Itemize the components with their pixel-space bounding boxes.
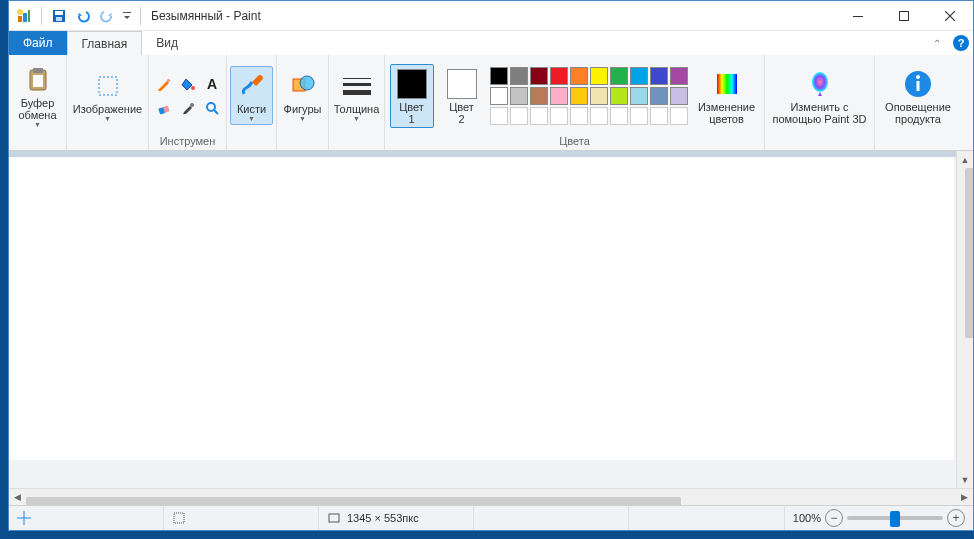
text-tool[interactable]: A [201,73,223,95]
color-swatch[interactable] [610,87,628,105]
minimize-button[interactable] [835,1,881,31]
color-swatch[interactable] [590,67,608,85]
edit-colors-button[interactable]: Изменение цветов [694,64,760,128]
svg-rect-31 [174,513,184,523]
thickness-button[interactable]: Толщина ▼ [327,66,387,125]
svg-rect-2 [28,10,30,22]
qat-customize-icon[interactable] [120,5,134,27]
select-button[interactable]: Изображение ▼ [66,66,149,125]
undo-icon[interactable] [72,5,94,27]
color-swatch[interactable] [550,87,568,105]
svg-point-28 [916,75,920,79]
color-swatch[interactable] [590,87,608,105]
eraser-tool[interactable] [153,97,175,119]
color-swatch-empty[interactable] [550,107,568,125]
color-swatch-empty[interactable] [490,107,508,125]
color-swatch-empty[interactable] [590,107,608,125]
color-swatch-empty[interactable] [650,107,668,125]
horizontal-scrollbar[interactable]: ◀ ▶ [9,488,973,505]
scroll-left-icon[interactable]: ◀ [9,489,26,506]
color-swatch[interactable] [570,67,588,85]
color-swatch[interactable] [670,87,688,105]
collapse-ribbon-icon[interactable]: ⌃ [925,31,949,55]
shapes-icon [290,69,316,103]
status-selection-size [164,506,319,530]
scroll-up-icon[interactable]: ▲ [957,151,974,168]
color-swatch-empty[interactable] [570,107,588,125]
svg-point-3 [17,9,23,15]
color-swatch[interactable] [510,87,528,105]
color-swatch[interactable] [570,87,588,105]
product-alert-button[interactable]: Оповещение продукта [878,64,958,128]
color-swatch[interactable] [650,87,668,105]
color-swatch[interactable] [490,67,508,85]
svg-rect-9 [900,11,909,20]
color-swatch[interactable] [610,67,628,85]
color-palette [490,67,688,125]
tab-file[interactable]: Файл [9,31,67,55]
group-tools: A Инструмен [149,55,227,150]
color-swatch[interactable] [490,87,508,105]
svg-rect-8 [853,16,863,17]
color2-button[interactable]: Цвет 2 [440,64,484,128]
quick-access-toolbar [13,5,145,27]
color-swatch[interactable] [530,87,548,105]
group-thickness: Толщина ▼ [329,55,385,150]
svg-rect-5 [55,11,63,15]
selection-size-icon [172,511,186,525]
color-swatch[interactable] [650,67,668,85]
canvas[interactable] [9,157,954,460]
redo-icon[interactable] [96,5,118,27]
color-swatch-empty[interactable] [630,107,648,125]
paste-button[interactable]: Буфер обмена ▼ [11,60,63,131]
title-bar: Безымянный - Paint [9,1,973,31]
vertical-scrollbar[interactable]: ▲ ▼ [956,151,973,488]
tab-home[interactable]: Главная [67,31,143,55]
color-swatch[interactable] [510,67,528,85]
zoom-out-button[interactable]: − [825,509,843,527]
shapes-button[interactable]: Фигуры ▼ [277,66,329,125]
magnifier-tool[interactable] [201,97,223,119]
close-button[interactable] [927,1,973,31]
ribbon: Буфер обмена ▼ Изображение ▼ [9,55,973,151]
scroll-right-icon[interactable]: ▶ [956,489,973,506]
brushes-button[interactable]: Кисти ▼ [230,66,273,125]
color-swatch-empty[interactable] [530,107,548,125]
color1-swatch [397,69,427,99]
help-button[interactable]: ? [949,31,973,55]
color-picker-tool[interactable] [177,97,199,119]
thickness-icon [343,69,371,103]
zoom-in-button[interactable]: + [947,509,965,527]
paint-app-icon[interactable] [13,5,35,27]
window-title: Безымянный - Paint [151,9,261,23]
color-swatch-empty[interactable] [670,107,688,125]
color1-button[interactable]: Цвет 1 [390,64,434,128]
svg-rect-32 [329,514,339,522]
chevron-down-icon: ▼ [299,115,306,122]
zoom-slider[interactable] [847,516,943,520]
color-swatch-empty[interactable] [610,107,628,125]
tab-view[interactable]: Вид [142,31,192,55]
svg-point-19 [190,103,194,107]
maximize-button[interactable] [881,1,927,31]
color-swatch[interactable] [670,67,688,85]
color-swatch[interactable] [550,67,568,85]
group-colors: Цвет 1 Цвет 2 Изменение цветов Цвета [385,55,765,150]
paint3d-button[interactable]: Изменить с помощью Paint 3D [765,64,873,128]
help-icon: ? [953,35,969,51]
save-icon[interactable] [48,5,70,27]
status-filesize [474,506,629,530]
brush-icon [238,69,266,103]
color-swatch[interactable] [630,67,648,85]
rainbow-icon [714,67,740,101]
chevron-down-icon: ▼ [34,121,41,128]
fill-tool[interactable] [177,73,199,95]
svg-line-21 [214,110,218,114]
color-swatch[interactable] [630,87,648,105]
crosshair-icon [17,511,31,525]
pencil-tool[interactable] [153,73,175,95]
scroll-down-icon[interactable]: ▼ [957,471,974,488]
color-swatch[interactable] [530,67,548,85]
svg-rect-12 [33,75,43,87]
color-swatch-empty[interactable] [510,107,528,125]
